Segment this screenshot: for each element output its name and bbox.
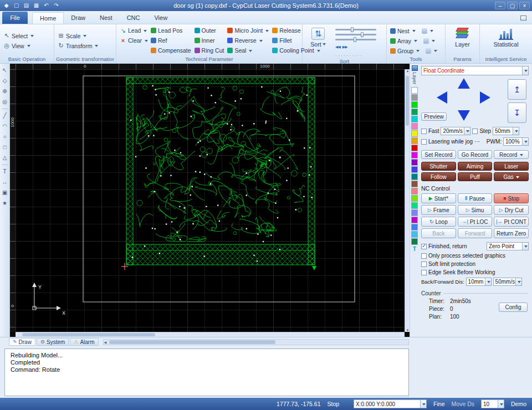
vertical-scrollbar[interactable]: ▲ ▼	[405, 69, 410, 332]
laser-button[interactable]: Laser	[494, 162, 529, 171]
horizontal-scrollbar[interactable]	[16, 332, 405, 337]
scroll-left-icon[interactable]: ◀	[104, 340, 107, 345]
palette-color-9[interactable]	[411, 152, 418, 158]
file-menu-button[interactable]: File	[2, 12, 28, 24]
sort-slider-thumb-1[interactable]	[361, 32, 364, 37]
pan-tool[interactable]: ⊕	[1, 88, 9, 95]
measure-tool[interactable]: ↔	[1, 178, 9, 186]
circle-tool[interactable]: ○	[1, 133, 9, 141]
app-icon[interactable]: ◆	[2, 2, 11, 9]
fast-speed-dropdown[interactable]: 20mm/s	[441, 127, 470, 135]
bottom-scroll-thumb[interactable]	[109, 340, 275, 344]
option-checkbox-0[interactable]	[421, 253, 427, 259]
group-extra-icon[interactable]	[426, 48, 431, 54]
palette-color-19[interactable]	[411, 224, 418, 230]
go-record-button[interactable]: Go Record	[458, 150, 493, 159]
z-down-button[interactable]: ↧	[508, 102, 526, 123]
close-button[interactable]: ×	[519, 2, 530, 9]
save-icon[interactable]: ▦	[32, 2, 40, 9]
star-tool[interactable]: ★	[1, 199, 9, 207]
image-tool[interactable]: ▣	[1, 189, 9, 197]
frame-button[interactable]: ▷Frame	[421, 205, 456, 215]
back-button[interactable]: Back	[421, 228, 456, 238]
arc-tool[interactable]: ◠	[1, 122, 9, 130]
palette-color-20[interactable]	[411, 231, 418, 238]
tab-system[interactable]: ⚙System	[37, 338, 69, 346]
coordinate-mode-dropdown[interactable]: Float Coordinate	[421, 66, 529, 75]
ribbon-array-button[interactable]: Array	[388, 36, 437, 46]
lead-button[interactable]: ↘ Lead	[118, 25, 149, 35]
palette-color-3[interactable]	[411, 109, 418, 115]
more-button[interactable]: ···	[474, 139, 480, 145]
ribbon-lead-pos-button[interactable]: Lead Pos	[149, 25, 193, 35]
sort-button[interactable]: ⇅ Sort	[304, 25, 332, 48]
menu-tab-nest[interactable]: Nest	[93, 12, 120, 24]
fast-checkbox[interactable]	[421, 129, 427, 134]
palette-color-11[interactable]	[411, 166, 418, 173]
palette-color-17[interactable]	[411, 209, 418, 216]
palette-color-4[interactable]	[411, 116, 418, 122]
palette-color-18[interactable]	[411, 217, 418, 223]
ribbon-compensate-button[interactable]: Compensate	[149, 45, 193, 55]
stop-button[interactable]: ■Stop	[494, 193, 529, 203]
z-up-button[interactable]: ↥	[508, 79, 526, 100]
jog-right-button[interactable]	[480, 91, 490, 104]
palette-color-13[interactable]	[411, 181, 418, 187]
clear-button[interactable]: × Clear	[118, 35, 149, 45]
scale-button[interactable]: ⊞ Scale	[56, 31, 88, 41]
line-tool[interactable]: ╱	[1, 112, 9, 120]
step-dropdown[interactable]: 50mm	[493, 127, 519, 135]
zoom-tool[interactable]: ◎	[1, 98, 9, 106]
palette-color-15[interactable]	[411, 195, 418, 202]
jog-down-button[interactable]	[458, 110, 470, 121]
ribbon-options-icon[interactable]	[520, 16, 526, 20]
menu-tab-view[interactable]: View	[147, 12, 175, 24]
ribbon-micro-joint-button[interactable]: Micro Joint	[226, 25, 270, 35]
palette-color-21[interactable]	[411, 238, 418, 245]
ribbon-reverse-button[interactable]: Reverse	[226, 35, 270, 45]
layer-button[interactable]: Layer	[449, 25, 477, 48]
transform-button[interactable]: ↻ Transform	[56, 41, 100, 51]
palette-color-6[interactable]	[411, 130, 418, 137]
vertical-scroll-thumb[interactable]	[406, 76, 409, 126]
layer-tab-label[interactable]: Layer	[412, 72, 417, 85]
pause-button[interactable]: ‖Pause	[458, 193, 493, 203]
sort-slider-2[interactable]	[335, 39, 376, 40]
dis-distance-dropdown[interactable]: 10mm	[466, 278, 492, 286]
ribbon-inner-button[interactable]: Inner	[193, 35, 226, 45]
tab-alarm[interactable]: ⚠Alarm	[70, 338, 98, 346]
drawing-canvas[interactable]: 01000 10000 YX ▲ ▼	[10, 64, 410, 337]
new-file-icon[interactable]: ▢	[12, 2, 21, 9]
select-tool[interactable]: ↖	[1, 66, 9, 74]
simu-button[interactable]: ▷Simu	[458, 205, 493, 215]
palette-color-5[interactable]	[411, 123, 418, 130]
palette-color-2[interactable]	[411, 101, 418, 108]
palette-transparent[interactable]: T	[413, 246, 416, 252]
node-edit-tool[interactable]: ◇	[1, 77, 9, 85]
canvas-area[interactable]: YX	[16, 69, 405, 332]
move-ds-dropdown[interactable]: 10	[481, 399, 504, 408]
ribbon-group-button[interactable]: Group	[388, 46, 439, 56]
select-button[interactable]: ↖ Select	[2, 31, 35, 41]
open-file-icon[interactable]: ▤	[22, 2, 30, 9]
follow-button[interactable]: Follow	[421, 172, 456, 181]
jog-up-button[interactable]	[458, 78, 470, 89]
redo-icon[interactable]: ↷	[52, 2, 60, 9]
jog-left-button[interactable]	[437, 91, 447, 104]
layer-tab-icon[interactable]	[412, 65, 418, 71]
sort-slider-thumb-0[interactable]	[351, 27, 354, 32]
undo-icon[interactable]: ↶	[42, 2, 50, 9]
menu-tab-home[interactable]: Home	[32, 12, 64, 24]
minimize-button[interactable]: –	[495, 2, 505, 9]
sort-slider-thumb-2[interactable]	[354, 37, 356, 42]
loop-button[interactable]: ↻Loop	[421, 217, 456, 227]
palette-color-8[interactable]	[411, 145, 418, 151]
palette-color-1[interactable]	[411, 94, 418, 101]
set-record-button[interactable]: Set Record	[421, 150, 456, 159]
nest-extra-icon[interactable]	[422, 28, 427, 34]
preview-button[interactable]: Preview	[421, 112, 447, 121]
ribbon-seal-button[interactable]: Seal	[226, 45, 270, 55]
config-button[interactable]: Config	[499, 303, 528, 312]
zero-point-dropdown[interactable]: Zero Point	[487, 242, 529, 250]
sort-prev-icon[interactable]: ◀◀	[335, 45, 340, 49]
